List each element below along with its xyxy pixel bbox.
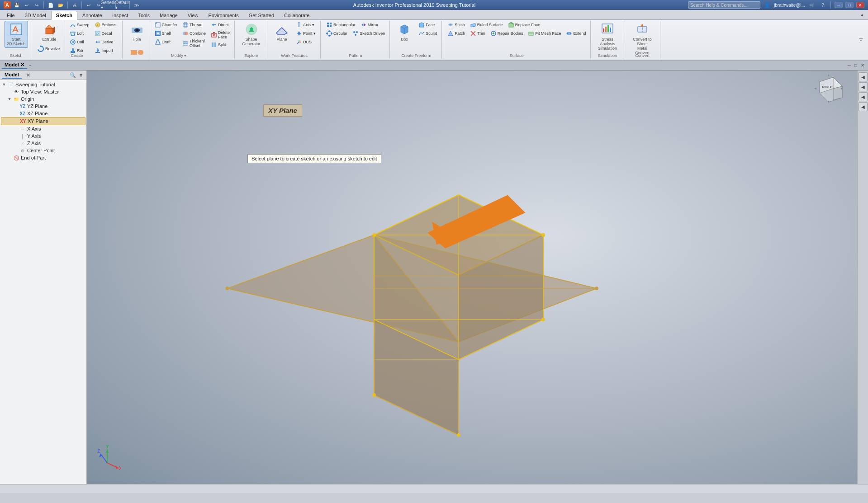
right-panel-btn3[interactable]: ◀ [859,92,868,101]
tree-item-yz-plane[interactable]: YZ YZ Plane [1,103,85,110]
tab-get-started[interactable]: Get Started [244,11,279,19]
import-button[interactable]: Import [93,47,119,55]
tab-inspect[interactable]: Inspect [107,11,133,19]
model-panel-tab-close[interactable]: ✕ [24,72,33,79]
right-panel-btn1[interactable]: ◀ [859,72,868,81]
shape-generator-button[interactable]: ShapeGenerator [240,21,263,48]
tree-item-end-of-part[interactable]: 🚫 End of Part [1,154,85,161]
tab-collaborate[interactable]: Collaborate [279,11,314,19]
ucs-button[interactable]: UCS [294,38,318,46]
right-panel-btn2[interactable]: ◀ [859,82,868,91]
tree-item-xz-plane[interactable]: XZ XZ Plane [1,110,85,117]
ribbon-toggle[interactable]: ▲ [858,10,866,19]
rectangular-button[interactable]: Rectangular [324,21,357,29]
tab-tools[interactable]: Tools [133,11,155,19]
new-btn[interactable]: 📄 [47,1,55,9]
hole-button[interactable]: Hole [126,21,148,43]
start-2d-sketch-button[interactable]: Start2D Sketch [5,21,28,48]
cart-icon[interactable]: 🛒 [808,1,816,9]
thicken-offset-button[interactable]: Thicken/Offset [180,38,208,49]
model-panel-tab-model[interactable]: Model [2,71,22,79]
doc-maximize-btn[interactable]: □ [853,62,859,69]
direct-button[interactable]: Direct [209,21,232,29]
combine-button[interactable]: Combine [180,29,208,38]
draft-button[interactable]: Draft [153,38,180,46]
doc-tab-model[interactable]: Model ✕ [2,61,27,69]
trim-button[interactable]: Trim [468,29,487,38]
generic-dropdown[interactable]: Generic ▾ [104,1,113,9]
patch-button[interactable]: Patch [446,29,467,38]
doc-minimize-btn[interactable]: ─ [846,62,853,69]
replace-face-button[interactable]: Replace Face [506,21,542,29]
print-btn[interactable]: 🖨 [71,1,79,9]
split-button[interactable]: Split [209,41,232,49]
redo-btn[interactable]: ↪ [33,1,41,9]
maximize-btn[interactable]: □ [845,2,854,8]
tree-expand-root[interactable]: ▼ [2,82,6,87]
tab-annotate[interactable]: Annotate [77,11,107,19]
viewport[interactable]: XY Plane Select plane to create sketch o… [87,71,857,484]
mirror-button[interactable]: Mirror [359,21,380,29]
stitch-button[interactable]: Stitch [446,21,467,29]
sketch-driven-button[interactable]: Sketch Driven [351,29,387,38]
tab-environments[interactable]: Environments [204,11,244,19]
save-btn[interactable]: 💾 [13,1,21,9]
help-btn[interactable]: ? [819,1,827,9]
undo-btn[interactable]: ↩ [23,1,31,9]
tree-item-sweeping-tutorial[interactable]: ▼ 📄 Sweeping Tutorial [1,81,85,88]
delete-face-button[interactable]: DeleteFace [209,29,232,40]
revolve-button[interactable]: Revolve [36,44,63,54]
fillet-button[interactable]: Fillet [126,44,148,61]
sculpt-button[interactable]: Sculpt [417,29,439,38]
point-button[interactable]: Point ▾ [294,29,318,38]
tree-item-xy-plane[interactable]: XY XY Plane [1,117,85,125]
thread-button[interactable]: Thread [180,21,208,29]
model-search-icon[interactable]: 🔍 [69,71,76,79]
tab-3dmodel[interactable]: 3D Model [20,11,51,19]
right-panel-btn4[interactable]: ◀ [859,102,868,111]
circular-button[interactable]: Circular [324,29,349,38]
stress-analysis-button[interactable]: StressAnalysisSimulation [596,21,619,52]
model-menu-icon[interactable]: ≡ [77,71,85,79]
repair-bodies-button[interactable]: Repair Bodies [489,29,525,38]
plane-button[interactable]: Plane [271,21,293,43]
face-button[interactable]: Face [417,21,439,29]
close-btn[interactable]: ✕ [856,2,864,8]
axis-button[interactable]: Axis ▾ [294,21,318,29]
doc-close-btn[interactable]: ✕ [859,62,866,69]
minimize-btn[interactable]: ─ [835,2,843,8]
sweep-button[interactable]: Sweep [68,21,91,29]
more-btns[interactable]: ≫ [133,1,141,9]
default-dropdown[interactable]: Default ▾ [119,1,127,9]
box-freeform-button[interactable]: Box [394,21,415,43]
ribbon-options-button[interactable]: ▽ [858,37,864,43]
tab-file[interactable]: File [2,11,20,19]
decal-button[interactable]: D Decal [93,29,119,38]
fit-mesh-face-button[interactable]: Fit Mesh Face [526,29,563,38]
tree-item-top-view[interactable]: 👁 Top View: Master [1,88,85,95]
emboss-button[interactable]: A Emboss [93,21,119,29]
tree-item-z-axis[interactable]: ⟋ Z Axis [1,140,85,147]
tree-item-y-axis[interactable]: │ Y Axis [1,132,85,140]
derive-button[interactable]: Derive [93,38,119,46]
tree-expand-origin[interactable]: ▼ [7,97,12,101]
tree-item-origin[interactable]: ▼ 📁 Origin [1,95,85,103]
user-icon[interactable]: 👤 [763,1,771,9]
extrude-button[interactable]: Extrude [38,21,60,43]
coil-button[interactable]: Coil [68,38,91,46]
chamfer-button[interactable]: Chamfer [153,21,180,29]
convert-sheet-metal-button[interactable]: Convert toSheet MetalConvert [629,21,655,57]
ruled-surface-button[interactable]: Ruled Surface [468,21,505,29]
tab-manage[interactable]: Manage [155,11,183,19]
tree-item-x-axis[interactable]: ─ X Axis [1,125,85,132]
loft-button[interactable]: Loft [68,29,91,38]
help-search[interactable] [688,1,760,9]
tab-sketch[interactable]: Sketch [51,11,77,20]
tab-view[interactable]: View [183,11,204,19]
undo2-btn[interactable]: ↩ [85,1,93,9]
tree-item-center-point[interactable]: ⊕ Center Point [1,147,85,154]
shell-button[interactable]: Shell [153,29,180,38]
open-btn[interactable]: 📂 [57,1,65,9]
view-cube[interactable]: RIGHT [813,73,844,104]
extend-button[interactable]: Extend [564,29,588,38]
